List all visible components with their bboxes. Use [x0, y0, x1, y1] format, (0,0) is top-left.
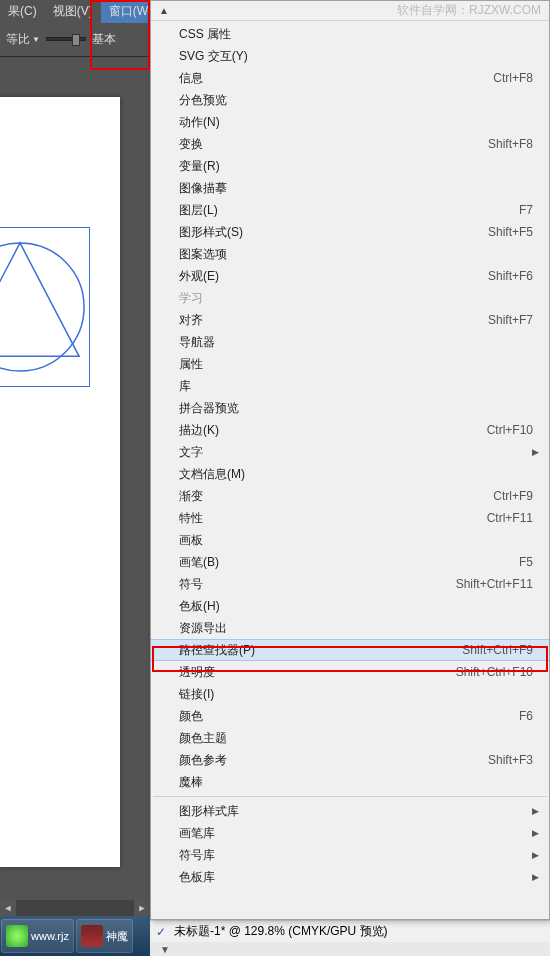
horizontal-scrollbar[interactable]: ◄ ► — [0, 900, 150, 916]
menu-item[interactable]: 对齐Shift+F7 — [151, 309, 549, 331]
menu-item-label: 信息 — [179, 70, 493, 87]
menu-item[interactable]: 画笔库▶ — [151, 822, 549, 844]
menu-item[interactable]: 魔棒 — [151, 771, 549, 793]
menu-effect[interactable]: 果(C) — [0, 0, 45, 23]
menu-item-label: 动作(N) — [179, 114, 533, 131]
svg-marker-1 — [0, 243, 79, 356]
menu-item[interactable]: 库 — [151, 375, 549, 397]
menu-item[interactable]: 图像描摹 — [151, 177, 549, 199]
menu-item-label: 图案选项 — [179, 246, 533, 263]
menu-item[interactable]: 变量(R) — [151, 155, 549, 177]
menu-shortcut: Shift+F5 — [488, 225, 533, 239]
menu-shortcut: Shift+Ctrl+F11 — [456, 577, 533, 591]
taskbar-label: www.rjz — [31, 930, 69, 942]
vector-shape[interactable] — [0, 227, 90, 387]
menu-item-label: 学习 — [179, 290, 533, 307]
menu-item-label: CSS 属性 — [179, 26, 533, 43]
ratio-dropdown[interactable]: 等比 ▼ — [6, 31, 40, 48]
window-menu: ▲ 软件自学网：RJZXW.COM CSS 属性SVG 交互(Y)信息Ctrl+… — [150, 0, 550, 920]
menu-item[interactable]: 符号Shift+Ctrl+F11 — [151, 573, 549, 595]
menu-scroll-up[interactable]: ▲ 软件自学网：RJZXW.COM — [151, 1, 549, 21]
menu-shortcut: Shift+F6 — [488, 269, 533, 283]
chevron-right-icon: ▶ — [532, 850, 539, 860]
taskbar-item-game[interactable]: 神魔 — [76, 919, 133, 953]
menu-item-label: 分色预览 — [179, 92, 533, 109]
menu-item[interactable]: 资源导出 — [151, 617, 549, 639]
menu-item-label: 魔棒 — [179, 774, 533, 791]
menu-item[interactable]: 文档信息(M) — [151, 463, 549, 485]
menu-item[interactable]: 变换Shift+F8 — [151, 133, 549, 155]
menu-item[interactable]: 信息Ctrl+F8 — [151, 67, 549, 89]
menu-item[interactable]: 透明度Shift+Ctrl+F10 — [151, 661, 549, 683]
browser-icon — [6, 925, 28, 947]
menu-item[interactable]: 路径查找器(P)Shift+Ctrl+F9 — [151, 639, 549, 661]
menu-scroll-down[interactable]: ▼ — [150, 942, 550, 956]
check-icon: ✓ — [156, 925, 166, 939]
menu-list: CSS 属性SVG 交互(Y)信息Ctrl+F8分色预览动作(N)变换Shift… — [151, 21, 549, 890]
menu-item[interactable]: 拼合器预览 — [151, 397, 549, 419]
menu-view[interactable]: 视图(V) — [45, 0, 101, 23]
menu-item[interactable]: 图案选项 — [151, 243, 549, 265]
menu-item[interactable]: 颜色F6 — [151, 705, 549, 727]
menu-separator — [153, 796, 547, 797]
menu-shortcut: F6 — [519, 709, 533, 723]
menu-item[interactable]: 颜色主题 — [151, 727, 549, 749]
menu-item[interactable]: 图形样式库▶ — [151, 800, 549, 822]
menu-item[interactable]: 渐变Ctrl+F9 — [151, 485, 549, 507]
document-title: 未标题-1* @ 129.8% (CMYK/GPU 预览) — [174, 923, 388, 940]
menu-item[interactable]: 链接(I) — [151, 683, 549, 705]
menu-item-label: 特性 — [179, 510, 487, 527]
menu-item[interactable]: CSS 属性 — [151, 23, 549, 45]
menu-item-label: 渐变 — [179, 488, 493, 505]
menu-item[interactable]: 导航器 — [151, 331, 549, 353]
taskbar: www.rjz 神魔 — [0, 916, 150, 956]
menu-item-label: 图像描摹 — [179, 180, 533, 197]
menu-item-label: 符号 — [179, 576, 456, 593]
menu-item[interactable]: 画笔(B)F5 — [151, 551, 549, 573]
menu-item[interactable]: 描边(K)Ctrl+F10 — [151, 419, 549, 441]
menu-item-label: 属性 — [179, 356, 533, 373]
menu-item[interactable]: 动作(N) — [151, 111, 549, 133]
menu-item[interactable]: 图形样式(S)Shift+F5 — [151, 221, 549, 243]
opacity-slider[interactable] — [46, 37, 86, 41]
menu-item[interactable]: 颜色参考Shift+F3 — [151, 749, 549, 771]
menu-item-label: 图层(L) — [179, 202, 519, 219]
scroll-left-icon[interactable]: ◄ — [0, 900, 16, 916]
menu-item[interactable]: 画板 — [151, 529, 549, 551]
menu-item[interactable]: 属性 — [151, 353, 549, 375]
menu-item-label: 库 — [179, 378, 533, 395]
chevron-right-icon: ▶ — [532, 447, 539, 457]
taskbar-item-browser[interactable]: www.rjz — [1, 919, 74, 953]
menu-item-label: 图形样式(S) — [179, 224, 488, 241]
menu-shortcut: F5 — [519, 555, 533, 569]
menu-item[interactable]: SVG 交互(Y) — [151, 45, 549, 67]
menu-item-label: SVG 交互(Y) — [179, 48, 533, 65]
basic-label: 基本 — [92, 31, 116, 48]
menu-item-label: 画笔(B) — [179, 554, 519, 571]
menu-shortcut: Ctrl+F9 — [493, 489, 533, 503]
menu-shortcut: Shift+Ctrl+F9 — [462, 643, 533, 657]
menu-item[interactable]: 图层(L)F7 — [151, 199, 549, 221]
menu-item[interactable]: 色板库▶ — [151, 866, 549, 888]
menu-item-label: 资源导出 — [179, 620, 533, 637]
menu-item-label: 色板(H) — [179, 598, 533, 615]
menu-item-label: 路径查找器(P) — [179, 642, 462, 659]
scroll-right-icon[interactable]: ► — [134, 900, 150, 916]
menu-shortcut: Shift+F8 — [488, 137, 533, 151]
artboard[interactable] — [0, 97, 120, 867]
menu-item-label: 文档信息(M) — [179, 466, 533, 483]
menu-item[interactable]: 文字▶ — [151, 441, 549, 463]
menu-item[interactable]: 特性Ctrl+F11 — [151, 507, 549, 529]
menu-item[interactable]: 符号库▶ — [151, 844, 549, 866]
menu-item-label: 透明度 — [179, 664, 456, 681]
menu-item-label: 描边(K) — [179, 422, 487, 439]
menu-item[interactable]: 分色预览 — [151, 89, 549, 111]
menu-shortcut: Shift+F7 — [488, 313, 533, 327]
window-document-item[interactable]: ✓ 未标题-1* @ 129.8% (CMYK/GPU 预览) — [150, 920, 550, 942]
menu-item-label: 链接(I) — [179, 686, 533, 703]
menu-item-label: 颜色参考 — [179, 752, 488, 769]
menu-item[interactable]: 色板(H) — [151, 595, 549, 617]
chevron-up-icon: ▲ — [159, 5, 169, 16]
chevron-down-icon: ▼ — [32, 35, 40, 44]
menu-item[interactable]: 外观(E)Shift+F6 — [151, 265, 549, 287]
